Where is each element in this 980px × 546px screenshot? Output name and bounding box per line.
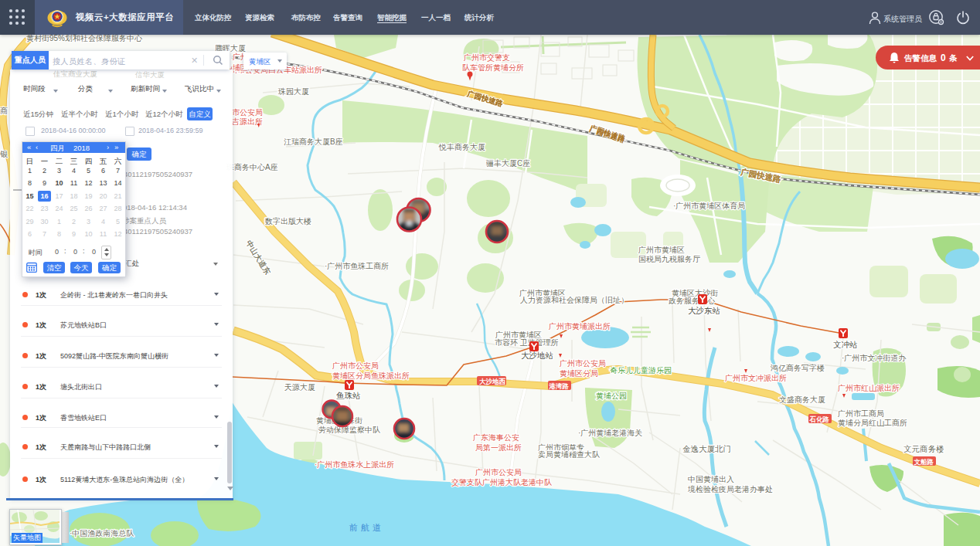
svg-text:商: 商 <box>0 107 8 115</box>
svg-text:悦丰商务大厦: 悦丰商务大厦 <box>438 143 485 151</box>
svg-text:·广州市黄埔区体育局: ·广州市黄埔区体育局 <box>673 202 745 210</box>
svg-text:劳动保障监察中队: 劳动保障监察中队 <box>318 426 381 434</box>
svg-text:银: 银 <box>0 150 8 158</box>
svg-text:人力资源和社会保障局（旧址）: 人力资源和社会保障局（旧址） <box>520 296 628 304</box>
svg-text:黄埔区分局: 黄埔区分局 <box>560 369 598 378</box>
svg-text:天源大厦: 天源大厦 <box>284 383 315 392</box>
svg-text:金逸大厦北门: 金逸大厦北门 <box>682 444 731 453</box>
svg-text:石化路: 石化路 <box>809 415 830 423</box>
svg-text:文盛商务大厦: 文盛商务大厦 <box>779 395 825 404</box>
svg-text:大沙地西: 大沙地西 <box>479 378 506 385</box>
svg-text:卖局黄埔稽查大队: 卖局黄埔稽查大队 <box>538 450 601 459</box>
svg-text:广州市黄埔区: 广州市黄埔区 <box>638 246 685 254</box>
svg-text:·中国渔政南海总队: ·中国渔政南海总队 <box>70 529 134 538</box>
svg-text:广州市红山派出所: 广州市红山派出所 <box>838 384 900 392</box>
svg-text:中国黄埔出入: 中国黄埔出入 <box>688 475 734 483</box>
svg-text:国税局九税服务厅: 国税局九税服务厅 <box>638 255 700 263</box>
svg-text:广州市文冲派出所: 广州市文冲派出所 <box>725 374 787 382</box>
svg-text:黄埔区分局鱼珠派出所: 黄埔区分局鱼珠派出所 <box>332 371 410 380</box>
svg-text:·广州市鱼珠工商所: ·广州市鱼珠工商所 <box>325 262 389 270</box>
svg-text:珠园大厦: 珠园大厦 <box>277 87 309 96</box>
svg-text:广州市公安局: 广州市公安局 <box>475 468 522 476</box>
svg-text:政务服务中心: 政务服务中心 <box>669 297 716 305</box>
svg-text:市公安局: 市公安局 <box>232 108 263 117</box>
svg-text:广州市黄埔派出所: 广州市黄埔派出所 <box>549 322 611 331</box>
svg-text:港湾路: 港湾路 <box>549 382 570 390</box>
svg-text:广州市工商局: 广州市工商局 <box>838 409 884 418</box>
svg-text:·广州市文冲街道办: ·广州市文冲街道办 <box>842 354 907 362</box>
svg-text:广州市公安局: 广州市公安局 <box>560 359 606 368</box>
svg-text:奇乐儿儿童游乐园: 奇乐儿儿童游乐园 <box>610 366 672 375</box>
svg-text:大沙东站: 大沙东站 <box>688 306 720 315</box>
svg-text:·广州市鱼珠水上派出所: ·广州市鱼珠水上派出所 <box>315 460 394 469</box>
svg-text:·广州黄埔老港海关: ·广州黄埔老港海关 <box>578 429 642 437</box>
svg-text:文冲站: 文冲站 <box>833 340 858 349</box>
svg-text:队车管所黄埔分所: 队车管所黄埔分所 <box>462 63 524 72</box>
svg-text:广东海事公安: 广东海事公安 <box>473 433 519 442</box>
svg-text:江瑞商务大厦B座: 江瑞商务大厦B座 <box>284 137 343 146</box>
svg-text:交警支队广州港大队老港中队: 交警支队广州港大队老港中队 <box>451 478 553 487</box>
svg-text:鸿亿商务写字楼: 鸿亿商务写字楼 <box>770 364 825 372</box>
svg-text:黄埔分局红山工商所: 黄埔分局红山工商所 <box>838 419 907 427</box>
svg-text:市容环 卫监管理所: 市容环 卫监管理所 <box>495 338 559 347</box>
svg-text:骊丰大厦C座: 骊丰大厦C座 <box>485 159 530 168</box>
svg-text:数字出版大楼: 数字出版大楼 <box>264 217 311 226</box>
svg-text:局第一派出所: 局第一派出所 <box>475 443 522 452</box>
svg-text:黄村街95%划和社会保障服务中心: 黄村街95%划和社会保障服务中心 <box>26 34 143 42</box>
svg-text:文船路: 文船路 <box>914 458 934 466</box>
svg-text:境检验检疫局老港办事处: 境检验检疫局老港办事处 <box>687 485 773 493</box>
svg-text:广州市公安局: 广州市公安局 <box>332 361 379 370</box>
svg-text:珠商务中心A座: 珠商务中心A座 <box>226 163 278 171</box>
svg-text:前航道: 前航道 <box>349 523 384 532</box>
svg-text:广州市交警支: 广州市交警支 <box>464 53 510 62</box>
svg-text:大沙地站: 大沙地站 <box>521 351 553 360</box>
svg-text:黄埔公园: 黄埔公园 <box>596 392 627 400</box>
svg-text:鱼珠站: 鱼珠站 <box>336 391 361 400</box>
svg-text:文元商务楼: 文元商务楼 <box>903 444 944 453</box>
